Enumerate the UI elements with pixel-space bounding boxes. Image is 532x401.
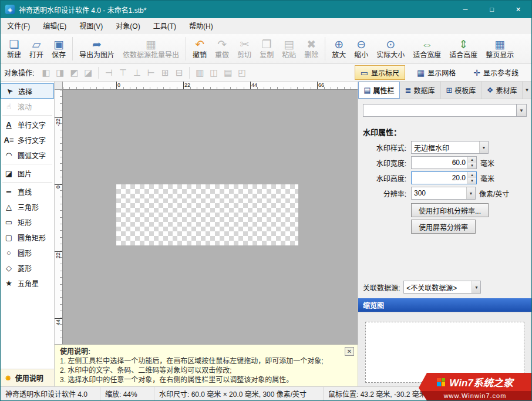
open-button[interactable]: ▱打开	[25, 35, 48, 62]
tool-multi-line-text[interactable]: A≡多行文字	[1, 132, 54, 147]
object-selector-dropdown-arrow-icon[interactable]: ▼	[517, 104, 527, 117]
menu-item-file[interactable]: 文件(F)	[1, 18, 36, 33]
tool-rounded-rectangle[interactable]: ▢圆角矩形	[1, 230, 54, 245]
width-spin-up-icon[interactable]: ▲	[468, 157, 476, 163]
ruler-tick	[317, 82, 318, 89]
save-icon: ▣	[53, 38, 64, 51]
watermark-height-label: 水印高度:	[363, 173, 411, 183]
chevron-down-icon: ▼	[479, 141, 488, 153]
paste-button: ▤粘贴	[278, 35, 300, 62]
usage-help-button[interactable]: ✸ 使用说明	[1, 369, 54, 386]
undo-button[interactable]: ↶撤销	[188, 35, 211, 62]
ruler-tick	[250, 82, 251, 89]
watermark-style-select[interactable]: 无边框水印 ▼	[411, 141, 489, 154]
height-spin-up-icon[interactable]: ▲	[468, 172, 476, 178]
tool-triangle[interactable]: △三角形	[1, 199, 54, 214]
status-size: 水印尺寸: 60.0 毫米 × 20.0 毫米, 300 像素/英寸	[154, 387, 324, 400]
new-label: 新建	[7, 51, 21, 59]
tool-rectangle[interactable]: ▭矩形	[1, 214, 54, 230]
export-image-button[interactable]: ➦导出为图片	[75, 35, 119, 62]
tool-diamond[interactable]: ◇菱形	[1, 260, 54, 275]
fit-width-icon: ⇔	[422, 38, 433, 51]
watermark-width-input[interactable]	[412, 157, 467, 169]
circle-label: 圆形	[18, 248, 32, 258]
menu-item-help[interactable]: 帮助(H)	[183, 18, 220, 33]
tool-arc-text[interactable]: ◠圆弧文字	[1, 147, 54, 163]
help-close-button[interactable]: ✕	[345, 347, 354, 356]
fit-width-button[interactable]: ⇔适合宽度	[409, 35, 445, 62]
scroll-label: 滚动	[18, 102, 32, 112]
show-grid-icon: ▦	[417, 68, 425, 77]
tabs-overflow-button[interactable]: ▼	[523, 82, 531, 99]
ruler-label: 66	[318, 82, 324, 89]
windows-flag-icon	[437, 378, 445, 386]
actual-size-icon: ⊙	[386, 38, 395, 51]
full-page-button[interactable]: ▦整页显示	[482, 35, 518, 62]
watermark-height-input[interactable]	[412, 172, 467, 184]
toolbar-separator	[186, 37, 186, 60]
object-operations-label: 对象操作:	[4, 68, 34, 77]
tab-database[interactable]: ≣数据库	[400, 82, 441, 99]
zoom-in-button[interactable]: ⊕放大	[328, 35, 350, 62]
tool-line[interactable]: ━直线	[1, 184, 54, 199]
right-panel: ▤属性栏≣数据库⊞模板库❖素材库▼ ▼ 水印属性： 水印样式: 无边框水印 ▼	[358, 82, 531, 386]
tab-templates[interactable]: ⊞模板库	[441, 82, 482, 99]
show-grid-toggle[interactable]: ▦显示网格	[411, 65, 462, 80]
canvas-area[interactable]	[63, 90, 358, 344]
rectangle-label: 矩形	[18, 217, 32, 227]
use-printer-resolution-button[interactable]: 使用打印机分辨率...	[411, 203, 489, 217]
line-icon: ━	[4, 187, 14, 196]
object-op-icon: ⊟	[172, 66, 186, 79]
tool-circle[interactable]: ○圆形	[1, 245, 54, 260]
menu-item-view[interactable]: 视图(V)	[73, 18, 109, 33]
resolution-row: 分辨率: 300 ▼ 像素/英寸	[363, 186, 527, 201]
menu-item-tools[interactable]: 工具(T)	[147, 18, 183, 33]
minimize-button[interactable]: ─	[452, 1, 479, 18]
database-icon: ≣	[405, 86, 412, 95]
resolution-select[interactable]: 300 ▼	[411, 187, 476, 200]
new-button[interactable]: ❏新建	[3, 35, 25, 62]
actual-size-label: 实际大小	[376, 51, 405, 59]
single-line-text-label: 单行文字	[18, 120, 46, 130]
use-screen-resolution-button[interactable]: 使用屏幕分辨率	[411, 220, 476, 234]
help-line: 1. 左侧工具栏中选择一个功能后，在画布区域按住鼠标左键拖动，即可添加一个对象;	[60, 356, 352, 366]
delete-icon: ✖	[307, 38, 316, 51]
single-line-text-icon: A	[4, 120, 14, 129]
object-selector[interactable]	[363, 104, 517, 117]
object-selector-row: ▼	[363, 104, 527, 117]
datasource-select[interactable]: <不关联数据源> ▼	[403, 281, 481, 294]
multi-line-text-icon: A≡	[4, 136, 14, 144]
save-button[interactable]: ▣保存	[48, 35, 70, 62]
tool-image[interactable]: ◪图片	[1, 166, 54, 181]
actual-size-button[interactable]: ⊙实际大小	[372, 35, 409, 62]
tool-star[interactable]: ★五角星	[1, 275, 54, 291]
menu-item-edit[interactable]: 编辑(E)	[36, 18, 73, 33]
object-op-icon: ◰	[235, 66, 249, 79]
ruler-label: 44	[251, 82, 257, 89]
toolbar-separator	[98, 67, 99, 79]
width-spin-down-icon[interactable]: ▼	[468, 163, 476, 169]
maximize-button[interactable]: □	[479, 1, 505, 18]
tab-properties[interactable]: ▤属性栏	[358, 82, 400, 99]
thumbnail-header: 缩览图	[358, 298, 531, 312]
fit-height-button[interactable]: ⇕适合高度	[445, 35, 482, 62]
menu-item-object[interactable]: 对象(O)	[109, 18, 146, 33]
show-ruler-toggle[interactable]: ▭显示标尺	[355, 65, 405, 80]
toolbar-separator	[189, 67, 190, 79]
chevron-down-icon: ▼	[466, 187, 475, 199]
tool-select[interactable]: ➤选择	[1, 83, 54, 99]
resolution-unit: 像素/英寸	[479, 188, 509, 198]
tool-single-line-text[interactable]: A单行文字	[1, 117, 54, 132]
ruler-row: 0224466	[55, 82, 358, 90]
open-label: 打开	[29, 51, 43, 59]
watermark-object[interactable]	[116, 184, 298, 245]
datasource-label: 关联数据源:	[363, 282, 400, 292]
close-button[interactable]: ✕	[505, 1, 531, 18]
select-icon: ➤	[2, 84, 16, 97]
height-spin-down-icon[interactable]: ▼	[468, 178, 476, 184]
zoom-out-button[interactable]: ⊖缩小	[350, 35, 372, 62]
show-guides-toggle[interactable]: ✛显示参考线	[467, 65, 524, 80]
tab-materials[interactable]: ❖素材库	[482, 82, 523, 99]
object-op-icon: ◨	[53, 66, 67, 79]
ruler-tick	[116, 82, 117, 89]
